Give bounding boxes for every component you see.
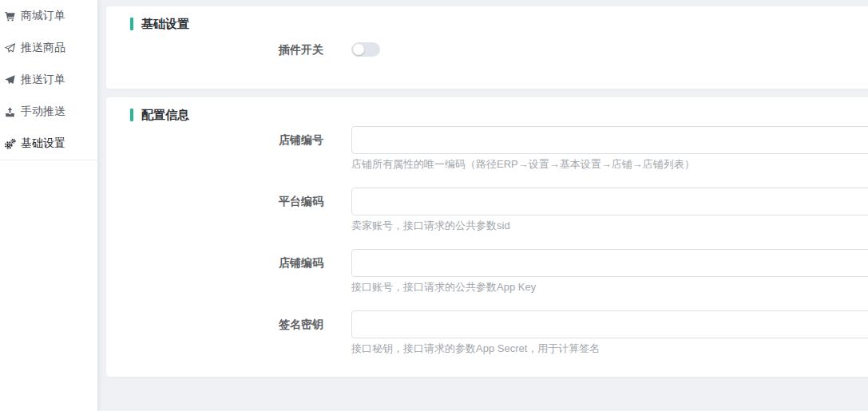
sidebar-item-mall-orders[interactable]: 商城订单 xyxy=(0,0,97,32)
platform-code-label: 平台编码 xyxy=(106,188,351,232)
sidebar-item-label: 推送订单 xyxy=(21,73,65,87)
section-title-text: 配置信息 xyxy=(141,108,189,123)
paper-plane-outline-icon xyxy=(4,42,16,54)
shop-code-hint: 接口账号，接口请求的公共参数App Key xyxy=(351,281,868,294)
field-row-shop-code: 店铺编码 接口账号，接口请求的公共参数App Key xyxy=(106,249,868,294)
gears-icon xyxy=(4,138,16,150)
shop-code-input[interactable] xyxy=(351,249,868,277)
platform-code-input[interactable] xyxy=(351,188,868,215)
sidebar-item-manual-push[interactable]: 手动推送 xyxy=(0,96,97,128)
shop-number-input[interactable] xyxy=(351,126,868,154)
title-accent-bar xyxy=(130,109,133,121)
sign-secret-hint: 接口秘钥，接口请求的参数App Secret，用于计算签名 xyxy=(351,342,868,355)
shop-number-hint: 店铺所有属性的唯一编码（路径ERP→设置→基本设置→店铺→店铺列表） xyxy=(351,158,868,171)
sidebar-item-label: 推送商品 xyxy=(21,41,65,55)
sidebar-item-label: 手动推送 xyxy=(21,105,65,119)
basic-settings-card: 基础设置 插件开关 xyxy=(106,6,868,89)
upload-icon xyxy=(4,106,16,118)
section-title-text: 基础设置 xyxy=(141,17,189,32)
config-info-card: 配置信息 店铺编号 店铺所有属性的唯一编码（路径ERP→设置→基本设置→店铺→店… xyxy=(106,97,868,377)
config-info-title: 配置信息 xyxy=(130,97,868,121)
plugin-switch-toggle[interactable] xyxy=(351,42,380,57)
sign-secret-label: 签名密钥 xyxy=(106,310,351,355)
main-content: 基础设置 插件开关 配置信息 店铺编号 店铺所有属性的唯一编码（路径ER xyxy=(97,0,868,411)
sidebar-item-label: 商城订单 xyxy=(21,9,65,23)
paper-plane-filled-icon xyxy=(4,74,16,86)
page: 商城订单 推送商品 推送订单 xyxy=(0,0,868,411)
sidebar-item-label: 基础设置 xyxy=(21,136,65,151)
platform-code-hint: 卖家账号，接口请求的公共参数sid xyxy=(351,219,868,232)
sidebar-item-push-orders[interactable]: 推送订单 xyxy=(0,64,97,96)
config-form: 店铺编号 店铺所有属性的唯一编码（路径ERP→设置→基本设置→店铺→店铺列表） … xyxy=(106,126,868,355)
title-accent-bar xyxy=(130,18,133,30)
sidebar-item-push-products[interactable]: 推送商品 xyxy=(0,32,97,64)
sidebar-item-basic-settings[interactable]: 基础设置 xyxy=(0,128,97,160)
switch-knob xyxy=(353,44,364,55)
field-row-shop-number: 店铺编号 店铺所有属性的唯一编码（路径ERP→设置→基本设置→店铺→店铺列表） xyxy=(106,126,868,171)
plugin-switch-label: 插件开关 xyxy=(106,42,351,57)
sign-secret-input[interactable] xyxy=(351,310,868,338)
shop-code-label: 店铺编码 xyxy=(106,249,351,294)
field-row-platform-code: 平台编码 卖家账号，接口请求的公共参数sid xyxy=(106,188,868,232)
sidebar-menu: 商城订单 推送商品 推送订单 xyxy=(0,0,97,160)
shop-number-label: 店铺编号 xyxy=(106,126,351,171)
basic-settings-title: 基础设置 xyxy=(130,6,868,30)
sidebar: 商城订单 推送商品 推送订单 xyxy=(0,0,97,411)
field-row-sign-secret: 签名密钥 接口秘钥，接口请求的参数App Secret，用于计算签名 xyxy=(106,310,868,355)
cart-icon xyxy=(4,10,16,22)
plugin-switch-row: 插件开关 xyxy=(106,42,868,57)
